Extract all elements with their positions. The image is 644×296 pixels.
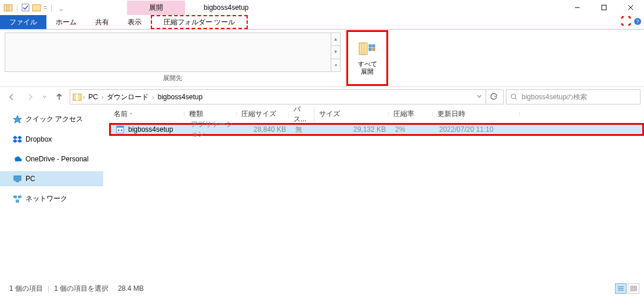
separator: | (50, 3, 52, 12)
qat-dropdown-icon[interactable] (59, 6, 63, 10)
help-icon[interactable]: ? (634, 17, 642, 27)
svg-rect-6 (32, 5, 41, 11)
context-tab-header: 展開 (127, 1, 185, 15)
svg-rect-17 (369, 48, 371, 50)
file-compressed-size: 28,840 KB (238, 125, 291, 133)
file-date: 2022/07/20 11:10 (435, 125, 522, 133)
svg-rect-25 (13, 196, 17, 198)
zip-folder-icon (73, 92, 82, 102)
recent-dropdown-icon[interactable] (41, 89, 49, 105)
maximize-button[interactable] (591, 0, 617, 15)
extract-all-button[interactable]: すべて 展開 (346, 30, 388, 86)
sidebar-label: OneDrive - Personal (26, 155, 89, 163)
refresh-button[interactable] (486, 89, 501, 104)
svg-rect-3 (8, 8, 9, 8)
svg-rect-16 (372, 45, 375, 47)
col-compressed-size[interactable]: 圧縮サイズ (237, 109, 289, 119)
qat-checkbox[interactable] (21, 3, 30, 12)
svg-rect-20 (76, 94, 78, 100)
search-placeholder: bigboss4setupの検索 (522, 92, 587, 102)
ribbon-body: ▲ ▼ ▾ 展開先 すべて 展開 (0, 29, 644, 87)
breadcrumb-pc[interactable]: PC (86, 92, 100, 102)
close-button[interactable] (617, 0, 644, 15)
sidebar-dropbox[interactable]: Dropbox (0, 132, 103, 147)
address-dropdown-icon[interactable] (476, 93, 482, 101)
back-button[interactable] (3, 89, 20, 105)
file-row[interactable]: bigboss4setup アプリケーション 28,840 KB 無 29,13… (109, 123, 644, 136)
col-type[interactable]: 種類 (184, 109, 237, 119)
svg-rect-23 (14, 176, 21, 181)
svg-line-28 (15, 198, 17, 200)
svg-rect-38 (634, 286, 636, 288)
svg-rect-32 (118, 129, 120, 131)
sidebar-label: PC (26, 175, 35, 183)
home-tab[interactable]: ホーム (46, 15, 86, 29)
svg-text:?: ? (636, 19, 639, 24)
sidebar-label: ネットワーク (26, 194, 67, 204)
col-size[interactable]: サイズ (314, 109, 389, 119)
svg-point-21 (511, 94, 516, 99)
col-ratio[interactable]: 圧縮率 (389, 109, 433, 119)
zip-folder-icon (3, 3, 13, 12)
navigation-pane: クイック アクセス Dropbox OneDrive - Personal PC… (0, 107, 103, 281)
onedrive-icon (13, 154, 22, 164)
gallery-scrollbar: ▲ ▼ ▾ (331, 33, 340, 71)
up-button[interactable] (51, 89, 67, 105)
svg-rect-39 (631, 289, 633, 291)
svg-rect-40 (634, 289, 636, 291)
sort-asc-icon: ^ (130, 111, 132, 117)
search-icon (510, 93, 518, 101)
svg-line-29 (17, 198, 20, 200)
col-password[interactable]: パス... (289, 104, 314, 124)
view-tab[interactable]: 表示 (118, 15, 151, 29)
scroll-up-icon[interactable]: ▲ (331, 33, 340, 46)
extract-to-panel: ▲ ▼ ▾ 展開先 (0, 30, 346, 86)
minimize-button[interactable] (564, 0, 591, 15)
qat-zip-icon[interactable] (32, 3, 41, 12)
breadcrumb-box[interactable]: › PC › ダウンロード › bigboss4setup (70, 89, 504, 104)
svg-line-22 (515, 98, 517, 100)
svg-rect-2 (8, 6, 9, 6)
icons-view-button[interactable] (628, 283, 639, 294)
file-ratio: 2% (390, 125, 435, 133)
ribbon-right-controls: ? (621, 15, 644, 29)
window-title: bigboss4setup (204, 3, 248, 12)
svg-rect-37 (631, 286, 633, 288)
sidebar-quick-access[interactable]: クイック アクセス (0, 111, 103, 127)
svg-rect-4 (8, 9, 9, 10)
sidebar-pc[interactable]: PC (0, 171, 103, 186)
extract-to-label: 展開先 (0, 72, 345, 84)
window-controls (564, 0, 644, 15)
svg-rect-33 (121, 129, 122, 131)
forward-button[interactable] (22, 89, 38, 105)
chevron-right-icon[interactable]: › (102, 94, 103, 100)
file-tab[interactable]: ファイル (0, 15, 46, 29)
sidebar-network[interactable]: ネットワーク (0, 191, 103, 207)
extract-all-label-line1: すべて (358, 60, 377, 68)
scroll-down-icon[interactable]: ▼ (331, 46, 340, 59)
gallery-more-icon[interactable]: ▾ (331, 59, 340, 71)
chevron-right-icon[interactable]: › (83, 94, 85, 100)
status-size: 28.4 MB (113, 284, 149, 293)
svg-rect-8 (602, 5, 606, 10)
pc-icon (13, 174, 22, 183)
share-tab[interactable]: 共有 (86, 15, 118, 29)
address-bar: › PC › ダウンロード › bigboss4setup bigboss4se… (0, 87, 644, 107)
sidebar-onedrive[interactable]: OneDrive - Personal (0, 151, 103, 167)
main-area: クイック アクセス Dropbox OneDrive - Personal PC… (0, 107, 644, 281)
breadcrumb-downloads[interactable]: ダウンロード (104, 91, 151, 103)
search-input[interactable]: bigboss4setupの検索 (506, 89, 641, 104)
breadcrumb-current[interactable]: bigboss4setup (155, 92, 205, 102)
chevron-right-icon[interactable]: › (152, 94, 154, 100)
col-name[interactable]: 名前^ (109, 109, 184, 119)
col-date[interactable]: 更新日時 (433, 109, 520, 119)
qat-equals-icon: = (44, 5, 47, 11)
details-view-button[interactable] (615, 283, 627, 294)
compressed-folder-tools-tab[interactable]: 圧縮フォルダー ツール (151, 15, 248, 29)
extract-destinations-gallery[interactable]: ▲ ▼ ▾ (5, 33, 341, 72)
file-list-pane: 名前^ 種類 圧縮サイズ パス... サイズ 圧縮率 更新日時 bigboss4… (103, 107, 644, 281)
svg-rect-15 (369, 45, 371, 47)
ribbon-tabs: ファイル ホーム 共有 表示 圧縮フォルダー ツール ? (0, 15, 644, 29)
svg-rect-27 (16, 200, 19, 203)
svg-rect-24 (16, 181, 19, 182)
